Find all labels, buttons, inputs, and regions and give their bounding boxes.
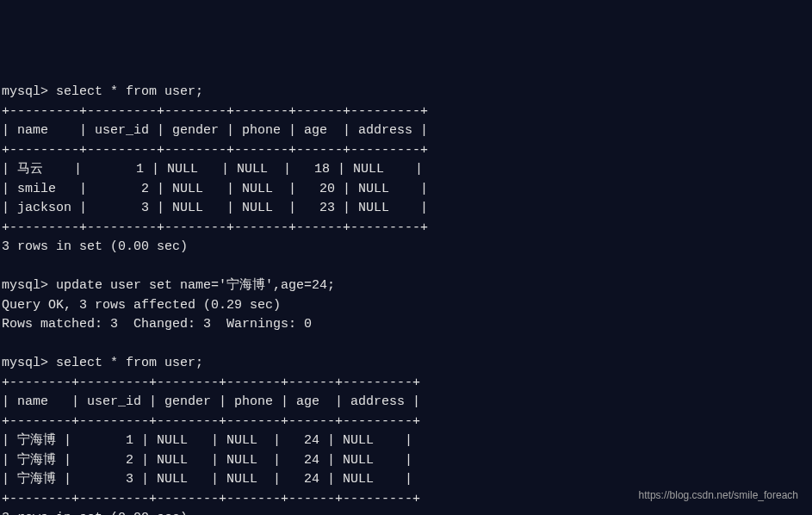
table2-border-mid: +--------+---------+--------+-------+---…	[2, 414, 420, 429]
result3: 3 rows in set (0.00 sec)	[2, 511, 188, 515]
watermark-text: https://blog.csdn.net/smile_foreach	[639, 487, 798, 503]
result1: 3 rows in set (0.00 sec)	[2, 239, 188, 254]
table2-row-1: | 宁海博 | 1 | NULL | NULL | 24 | NULL |	[2, 433, 412, 448]
table2-border-bot: +--------+---------+--------+-------+---…	[2, 492, 420, 506]
prompt-text: mysql>	[2, 356, 56, 370]
command-text: select * from user;	[56, 356, 203, 370]
table2-header: | name | user_id | gender | phone | age …	[2, 394, 420, 409]
mysql-prompt-3: mysql> select * from user;	[2, 356, 203, 370]
command-text: select * from user;	[56, 84, 203, 99]
table1-row-2: | smile | 2 | NULL | NULL | 20 | NULL |	[2, 182, 428, 196]
prompt-text: mysql>	[2, 278, 56, 293]
table1-border-top: +---------+---------+--------+-------+--…	[2, 104, 428, 119]
table1-header: | name | user_id | gender | phone | age …	[2, 123, 428, 138]
prompt-text: mysql>	[2, 84, 56, 99]
mysql-prompt-1: mysql> select * from user;	[2, 84, 203, 99]
table1-row-3: | jackson | 3 | NULL | NULL | 23 | NULL …	[2, 201, 428, 215]
table1-border-bot: +---------+---------+--------+-------+--…	[2, 220, 428, 235]
table2-row-3: | 宁海博 | 3 | NULL | NULL | 24 | NULL |	[2, 472, 412, 487]
result2-line1: Query OK, 3 rows affected (0.29 sec)	[2, 298, 281, 313]
table1-border-mid: +---------+---------+--------+-------+--…	[2, 143, 428, 158]
table2-border-top: +--------+---------+--------+-------+---…	[2, 375, 420, 390]
terminal-output: mysql> select * from user; +---------+--…	[2, 83, 812, 515]
table1-row-1: | 马云 | 1 | NULL | NULL | 18 | NULL |	[2, 162, 423, 177]
mysql-prompt-2: mysql> update user set name='宁海博',age=24…	[2, 278, 335, 293]
result2-line2: Rows matched: 3 Changed: 3 Warnings: 0	[2, 317, 312, 332]
table2-row-2: | 宁海博 | 2 | NULL | NULL | 24 | NULL |	[2, 453, 412, 468]
command-text: update user set name='宁海博',age=24;	[56, 278, 335, 293]
